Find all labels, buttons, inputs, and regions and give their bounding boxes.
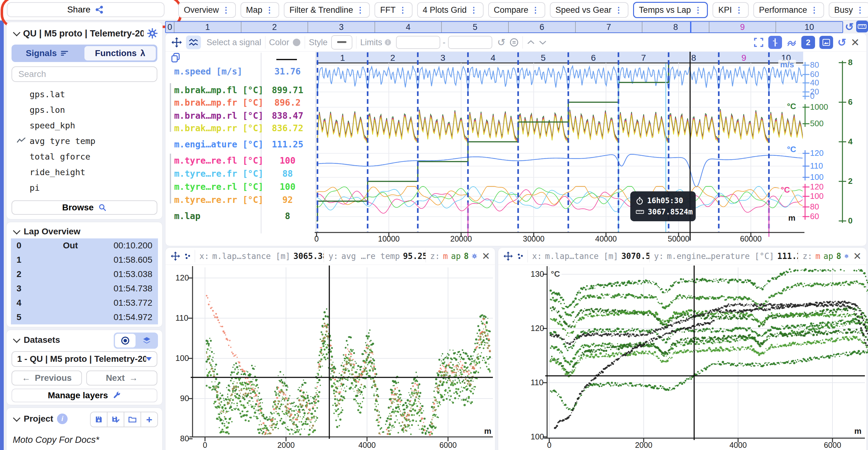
strip-lap-2[interactable]: 2: [391, 53, 395, 63]
legend-signal[interactable]: m.engi…ature [°C]: [174, 139, 264, 150]
move-plot-icon[interactable]: [170, 251, 180, 261]
info-icon[interactable]: i: [57, 414, 68, 424]
tab-signals[interactable]: Signals: [11, 48, 83, 58]
save-as-button[interactable]: [107, 412, 124, 427]
ribbon-lap-0[interactable]: 0: [166, 22, 174, 32]
gear-icon[interactable]: [472, 252, 477, 261]
z-axis-assignment[interactable]: z: map 8: [426, 250, 482, 262]
close-plot-icon[interactable]: ✕: [482, 250, 495, 262]
ribbon-lap-4[interactable]: 4: [374, 22, 441, 32]
strip-lap-5[interactable]: 5: [541, 53, 546, 63]
close-plot-icon[interactable]: ✕: [853, 250, 866, 262]
single-dataset-toggle[interactable]: [115, 334, 135, 348]
share-button[interactable]: Share: [7, 2, 164, 17]
layer-count-button[interactable]: 2: [801, 36, 815, 49]
strip-lap-8[interactable]: 8: [691, 53, 696, 63]
ribbon-lap-5[interactable]: 5: [441, 22, 508, 32]
lap-row-5[interactable]: 501:54.972: [11, 310, 158, 324]
open-folder-button[interactable]: [124, 412, 141, 427]
lap-row-2[interactable]: 201:53.038: [11, 267, 158, 281]
legend-signal[interactable]: m.tyre…re.rr [°C]: [174, 195, 264, 205]
snapshot-button[interactable]: [819, 36, 833, 49]
limit-min-input[interactable]: [396, 36, 440, 49]
reset-limits-icon[interactable]: ↺: [497, 36, 506, 48]
link-axes-icon[interactable]: [509, 38, 519, 47]
legend-signal[interactable]: m.lap: [174, 211, 200, 221]
ribbon-lap-1[interactable]: 1: [174, 22, 241, 32]
gear-icon[interactable]: [844, 252, 849, 261]
limit-max-input[interactable]: [448, 36, 492, 49]
ribbon-lap-8[interactable]: 8: [642, 22, 709, 32]
y-axis-assignment[interactable]: y:avg …re temp95.25: [324, 250, 425, 262]
lap-row-0[interactable]: 0Out00:10.200: [11, 238, 158, 253]
tab-overview[interactable]: Overview⋮: [178, 2, 236, 18]
lap-row-1[interactable]: 101:58.605: [11, 253, 158, 267]
tab-menu-icon[interactable]: ⋮: [266, 5, 274, 15]
ribbon-lap-6[interactable]: 6: [508, 22, 575, 32]
tab-temps-vs-lap[interactable]: Temps vs Lap⋮: [633, 2, 708, 18]
legend-signal[interactable]: m.brak…mp.rl [°C]: [174, 111, 264, 121]
tab-menu-icon[interactable]: ⋮: [399, 5, 407, 15]
lap-ribbon[interactable]: 012345678910: [165, 21, 843, 33]
tab-functions[interactable]: Functionsλ: [85, 46, 156, 60]
tab-menu-icon[interactable]: ⋮: [470, 5, 478, 15]
tab-speed-vs-gear[interactable]: Speed vs Gear⋮: [550, 2, 628, 18]
legend-signal[interactable]: m.tyre…re.fr [°C]: [174, 169, 264, 179]
close-plot-icon[interactable]: ✕: [851, 36, 860, 49]
legend-signal[interactable]: m.brak…mp.fl [°C]: [174, 85, 264, 95]
tab-fft[interactable]: FFT⋮: [374, 2, 412, 18]
lap-row-4[interactable]: 401:53.772: [11, 296, 158, 310]
signal-item-gps-lon[interactable]: gps.lon: [6, 102, 162, 118]
signals-mode-icon[interactable]: [186, 35, 201, 49]
collapse-chevron-icon[interactable]: [13, 414, 20, 422]
manage-layers-button[interactable]: Manage layers: [11, 389, 157, 402]
signal-item-speed-kph[interactable]: speed_kph: [6, 118, 162, 133]
color-label[interactable]: Color: [269, 38, 289, 48]
strip-lap-7[interactable]: 7: [641, 53, 646, 63]
strip-lap-4[interactable]: 4: [491, 53, 496, 63]
move-plot-icon[interactable]: [171, 37, 182, 48]
ribbon-lap-10[interactable]: 10: [775, 22, 842, 32]
lap-row-3[interactable]: 301:54.738: [11, 281, 158, 296]
ribbon-lap-9[interactable]: 9: [709, 22, 776, 32]
previous-button[interactable]: ←Previous: [11, 370, 82, 386]
next-button[interactable]: Next→: [86, 370, 157, 386]
tab-kpi[interactable]: KPI⋮: [713, 2, 749, 18]
color-swatch-icon[interactable]: [292, 38, 301, 47]
ribbon-reset-icon[interactable]: ↺: [845, 21, 854, 33]
move-down-icon[interactable]: [538, 39, 547, 46]
tab-menu-icon[interactable]: ⋮: [356, 5, 364, 15]
ribbon-lap-3[interactable]: 3: [308, 22, 374, 32]
tab-performance[interactable]: Performance⋮: [753, 2, 824, 18]
tab-menu-icon[interactable]: ⋮: [694, 5, 702, 15]
fullscreen-icon[interactable]: [753, 37, 764, 48]
signal-item-gps-lat[interactable]: gps.lat: [6, 86, 162, 102]
search-input[interactable]: [12, 67, 157, 81]
y-axis-assignment[interactable]: y:m.engine…perature [°C]111.29: [649, 250, 798, 262]
signal-item-avg-tyre-temp[interactable]: avg tyre temp: [6, 133, 162, 149]
dataset-select[interactable]: 1 - QU | M5 proto | Telemetry-20250...: [11, 351, 157, 367]
legend-signal[interactable]: m.tyre…re.rl [°C]: [174, 182, 264, 192]
legend-signal[interactable]: m.tyre…re.fl [°C]: [174, 155, 264, 166]
layers-toggle[interactable]: [135, 336, 158, 345]
strip-lap-3[interactable]: 3: [440, 53, 445, 63]
tab-menu-icon[interactable]: ⋮: [810, 5, 818, 15]
cursor-tool-button[interactable]: [768, 36, 782, 49]
tab-4-plots-grid[interactable]: 4 Plots Grid⋮: [417, 2, 484, 18]
tab-menu-icon[interactable]: ⋮: [531, 5, 539, 15]
strip-lap-9[interactable]: 9: [742, 53, 746, 63]
compare-waves-icon[interactable]: [786, 38, 797, 47]
save-button[interactable]: [91, 412, 107, 427]
tab-menu-icon[interactable]: ⋮: [856, 5, 864, 15]
reset-plot-icon[interactable]: ↺: [837, 36, 846, 49]
tab-menu-icon[interactable]: ⋮: [735, 5, 743, 15]
move-plot-icon[interactable]: [503, 251, 513, 261]
signal-search[interactable]: [11, 66, 157, 82]
z-axis-assignment[interactable]: z: map 8: [798, 250, 853, 262]
select-signal-label[interactable]: Select a signal: [207, 38, 261, 48]
copy-icon[interactable]: [171, 53, 180, 63]
tab-busy[interactable]: Busy⋮: [829, 2, 868, 18]
legend-signal[interactable]: m.brak…mp.fr [°C]: [174, 97, 264, 108]
signal-item-total-gforce[interactable]: total gforce: [6, 149, 162, 164]
collapse-chevron-icon[interactable]: [13, 227, 20, 234]
